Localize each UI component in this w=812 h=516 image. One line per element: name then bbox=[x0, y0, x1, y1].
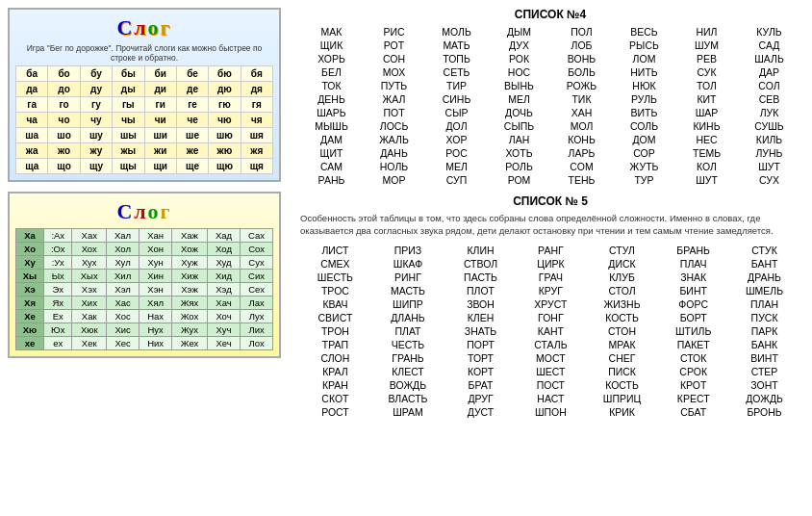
word-cell: ЗНАТЬ bbox=[445, 324, 516, 338]
word-cell: КИТ bbox=[675, 92, 738, 106]
word-cell: СТОН bbox=[586, 324, 658, 338]
word-cell: ТОК bbox=[300, 79, 363, 92]
word-cell: БРАТ bbox=[445, 378, 516, 392]
word-cell: ТУР bbox=[613, 173, 675, 187]
word-cell: ЖИЗНЬ bbox=[586, 297, 658, 311]
word-cell: ШАРЬ bbox=[300, 106, 363, 119]
syllable-cell: щю bbox=[209, 159, 241, 174]
word-cell: ШМЕЛЬ bbox=[728, 284, 800, 297]
word-cell: ПОРТ bbox=[445, 338, 516, 351]
syllable-cell: Хух bbox=[72, 256, 107, 270]
word-cell: РИНГ bbox=[370, 271, 445, 284]
syllable-cell: Хон bbox=[140, 243, 172, 256]
word-cell: ПУСК bbox=[728, 311, 800, 324]
word-cell: ЖАЛЬ bbox=[363, 133, 425, 146]
word-cell: ЖАЛ bbox=[363, 92, 425, 106]
syllable-cell: до bbox=[48, 82, 80, 97]
word-cell: ЗНАК bbox=[658, 271, 728, 284]
word-cell: СКОТ bbox=[300, 392, 370, 405]
word-cell: СТОК bbox=[658, 351, 728, 365]
word-cell: РИС bbox=[363, 25, 425, 39]
word-cell: МОЛ bbox=[550, 119, 613, 133]
syllable-cell: хе bbox=[16, 337, 44, 350]
word-cell: ШТИЛЬ bbox=[658, 324, 728, 338]
word-cell: ЛОБ bbox=[550, 39, 613, 52]
left-panel: Слог Игра "Бег по дорожке". Прочитай сло… bbox=[0, 0, 289, 516]
syllable-cell: дя bbox=[241, 82, 272, 97]
word-cell: ТРОН bbox=[300, 324, 370, 338]
word-cell: ХОТЬ bbox=[488, 146, 550, 160]
word-cell: ШУТ bbox=[675, 173, 738, 187]
word-cell: ТИК bbox=[550, 92, 613, 106]
word-cell: СОН bbox=[363, 52, 425, 65]
word-cell: СУХ bbox=[738, 173, 800, 187]
syllable-cell: ще bbox=[176, 159, 208, 174]
word-cell: НОЛЬ bbox=[363, 160, 425, 173]
word-cell: РЫСЬ bbox=[613, 39, 675, 52]
word-cell: БИНТ bbox=[658, 284, 728, 297]
syllable-cell: Хад bbox=[207, 229, 240, 243]
word-cell: ШАР bbox=[675, 106, 738, 119]
word-cell: ПУТЬ bbox=[363, 79, 425, 92]
word-table-4: МАКРИСМОЛЬДЫМПОЛВЕСЬНИЛКУЛЬЩИКРОТМАТЬДУХ… bbox=[300, 25, 800, 187]
syllable-cell: Хуж bbox=[172, 256, 208, 270]
word-cell: ВОНЬ bbox=[550, 52, 613, 65]
word-cell: БРОНЬ bbox=[728, 405, 800, 419]
syllable-cell: де bbox=[176, 82, 208, 97]
word-cell: КРОТ bbox=[658, 378, 728, 392]
word-cell: МАК bbox=[300, 25, 363, 39]
word-cell: ЩИТ bbox=[300, 146, 363, 160]
word-cell: МЫШЬ bbox=[300, 119, 363, 133]
syllable-table-1: бабобубыбибебюбядадодудыдидедюдягагогугы… bbox=[15, 65, 273, 174]
syllable-cell: шо bbox=[48, 128, 80, 143]
word-cell: РОЖЬ bbox=[550, 79, 613, 92]
syllable-cell: Хес bbox=[107, 337, 140, 350]
word-cell: ШРАМ bbox=[370, 405, 445, 419]
word-cell: ДИСК bbox=[586, 257, 658, 271]
word-cell: НИТЬ bbox=[613, 65, 675, 79]
syllable-cell: Хис bbox=[107, 323, 140, 337]
word-cell: КОЛ bbox=[675, 160, 738, 173]
word-cell: МОР bbox=[363, 173, 425, 187]
word-cell: НЕС bbox=[675, 133, 738, 146]
word-cell: ФОРС bbox=[658, 297, 728, 311]
syllable-cell: Лах bbox=[241, 297, 273, 310]
syllable-cell: ба bbox=[16, 66, 48, 82]
word-cell: ШАЛЬ bbox=[738, 52, 800, 65]
word-cell: ДАР bbox=[738, 65, 800, 79]
syllable-cell: :Ох bbox=[44, 243, 72, 256]
syllable-cell: Хаж bbox=[172, 229, 208, 243]
word-cell: БЕЛ bbox=[300, 65, 363, 79]
syllable-cell: щу bbox=[80, 159, 112, 174]
syllable-cell: ды bbox=[113, 82, 144, 97]
word-cell: САД bbox=[738, 39, 800, 52]
syllable-cell: Хоч bbox=[207, 310, 240, 323]
syllable-cell: шы bbox=[113, 128, 144, 143]
word-cell: ДАМ bbox=[300, 133, 363, 146]
word-cell: ДУСТ bbox=[445, 405, 516, 419]
syllable-cell: Хе bbox=[16, 310, 44, 323]
syllable-cell: Хы bbox=[16, 270, 44, 283]
word-cell: ДОЧЬ bbox=[488, 106, 550, 119]
word-cell: ТРАП bbox=[300, 338, 370, 351]
syllable-cell: Жях bbox=[172, 297, 208, 310]
syllable-cell: жю bbox=[209, 143, 241, 159]
word-cell: КАНТ bbox=[516, 324, 586, 338]
syllable-table-2: Ха:АхХахХалХанХажХадСахХо:ОхХохХолХонХож… bbox=[15, 228, 273, 350]
card2-title: Слог bbox=[15, 199, 273, 224]
syllable-cell: Хан bbox=[140, 229, 172, 243]
word-cell: СТУЛ bbox=[586, 244, 658, 257]
word-cell: ШУТ bbox=[738, 160, 800, 173]
syllable-cell: ге bbox=[176, 97, 208, 113]
syllable-cell: бю bbox=[209, 66, 241, 82]
word-cell: РОЛЬ bbox=[488, 160, 550, 173]
syllable-cell: гу bbox=[80, 97, 112, 113]
word-cell: РАНЬ bbox=[300, 173, 363, 187]
syllable-cell: Хал bbox=[107, 229, 140, 243]
syllable-cell: Ых bbox=[44, 270, 72, 283]
word-cell: МОХ bbox=[363, 65, 425, 79]
syllable-cell: Сих bbox=[241, 270, 273, 283]
word-cell: ШИПР bbox=[370, 297, 445, 311]
syllable-cell: Хя bbox=[16, 297, 44, 310]
word-cell: САМ bbox=[300, 160, 363, 173]
